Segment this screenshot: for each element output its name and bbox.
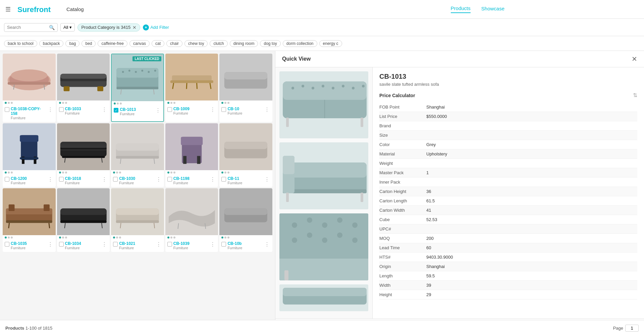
product-id[interactable]: CB-1035 bbox=[11, 241, 46, 246]
product-card[interactable]: CB-1021 Furniture ⋮ bbox=[111, 188, 164, 252]
product-menu-icon[interactable]: ⋮ bbox=[264, 176, 270, 183]
detail-row-size: Size bbox=[379, 131, 637, 140]
product-menu-icon[interactable]: ⋮ bbox=[155, 241, 162, 248]
product-card[interactable]: CB-1200 Furniture ⋮ bbox=[3, 123, 56, 187]
product-dots bbox=[3, 235, 56, 240]
product-menu-icon[interactable]: ⋮ bbox=[101, 241, 108, 248]
product-card[interactable]: CB-11 Furniture ⋮ bbox=[219, 123, 272, 187]
product-card[interactable]: CB-1034 Furniture ⋮ bbox=[57, 188, 110, 252]
product-menu-icon[interactable]: ⋮ bbox=[155, 107, 161, 114]
product-menu-icon[interactable]: ⋮ bbox=[47, 176, 54, 183]
tag-bed[interactable]: bed bbox=[82, 40, 96, 47]
product-id[interactable]: CB-1039 bbox=[173, 241, 208, 246]
filter-dropdown[interactable]: All ▾ bbox=[60, 23, 75, 31]
svg-rect-78 bbox=[224, 208, 267, 215]
svg-point-105 bbox=[292, 238, 297, 243]
svg-point-18 bbox=[142, 70, 144, 72]
product-checkbox[interactable] bbox=[59, 242, 64, 247]
product-card[interactable]: CB-1039 Furniture ⋮ bbox=[165, 188, 218, 252]
product-menu-icon[interactable]: ⋮ bbox=[264, 241, 270, 248]
product-checkbox[interactable] bbox=[59, 177, 64, 182]
product-card[interactable]: CB-1030 Furniture ⋮ bbox=[111, 123, 164, 187]
product-id[interactable]: CB-1033 bbox=[65, 107, 100, 111]
detail-value: 41 bbox=[426, 208, 431, 213]
product-checkbox[interactable] bbox=[167, 242, 172, 247]
tag-backpack[interactable]: backpack bbox=[39, 40, 64, 47]
product-info: CB-1200 Furniture ⋮ bbox=[3, 175, 56, 187]
tag-caffeine-free[interactable]: caffeine-free bbox=[98, 40, 127, 47]
page-number-input[interactable] bbox=[625, 325, 639, 332]
detail-label: Origin bbox=[379, 264, 426, 269]
product-id[interactable]: CB-10b bbox=[227, 241, 262, 246]
tag-dining-room[interactable]: dining room bbox=[230, 40, 258, 47]
tag-clutch[interactable]: clutch bbox=[210, 40, 227, 47]
product-menu-icon[interactable]: ⋮ bbox=[47, 107, 54, 113]
product-card[interactable]: CB-1198 Furniture ⋮ bbox=[165, 123, 218, 187]
product-checkbox[interactable] bbox=[113, 177, 118, 182]
product-id[interactable]: CB-1013 bbox=[120, 107, 153, 112]
product-card[interactable]: CB-1038-COPY-158 Furniture ⋮ bbox=[3, 54, 56, 122]
tag-chew-toy[interactable]: chew toy bbox=[184, 40, 208, 47]
dot bbox=[65, 172, 67, 174]
tag-chair[interactable]: chair bbox=[166, 40, 182, 47]
product-id[interactable]: CB-1018 bbox=[65, 176, 100, 181]
product-checkbox[interactable] bbox=[113, 242, 118, 247]
product-id[interactable]: CB-1030 bbox=[119, 176, 154, 181]
product-menu-icon[interactable]: ⋮ bbox=[101, 107, 108, 113]
product-menu-icon[interactable]: ⋮ bbox=[101, 176, 108, 183]
product-checkbox[interactable] bbox=[167, 177, 172, 182]
product-card[interactable]: CB-1035 Furniture ⋮ bbox=[3, 188, 56, 252]
product-id[interactable]: CB-1198 bbox=[173, 176, 208, 181]
tag-canvas[interactable]: canvas bbox=[129, 40, 150, 47]
toolbar: 🔍 All ▾ Product Category is 3415 ✕ + Add… bbox=[0, 19, 644, 36]
tag-energy-c[interactable]: energy c bbox=[319, 40, 342, 47]
product-card[interactable]: CB-10 Furniture ⋮ bbox=[219, 54, 272, 122]
tab-products[interactable]: Products bbox=[451, 5, 471, 13]
product-checkbox[interactable] bbox=[167, 107, 172, 112]
product-menu-icon[interactable]: ⋮ bbox=[209, 241, 216, 248]
tag-back-to-school[interactable]: back to school bbox=[4, 40, 37, 47]
tag-dorm-collection[interactable]: dorm collection bbox=[283, 40, 317, 47]
tab-showcase[interactable]: Showcase bbox=[481, 6, 504, 13]
product-grid: CB-1038-COPY-158 Furniture ⋮ bbox=[3, 54, 272, 252]
product-id[interactable]: CB-11 bbox=[227, 176, 262, 181]
product-menu-icon[interactable]: ⋮ bbox=[264, 107, 270, 113]
search-icon[interactable]: 🔍 bbox=[49, 25, 55, 30]
product-id[interactable]: CB-1034 bbox=[65, 241, 100, 246]
product-checkbox[interactable] bbox=[221, 177, 226, 182]
menu-icon[interactable]: ☰ bbox=[5, 6, 11, 13]
product-id[interactable]: CB-10 bbox=[227, 107, 262, 111]
product-card[interactable]: CB-1018 Furniture ⋮ bbox=[57, 123, 110, 187]
quick-view-title: Quick View bbox=[282, 56, 311, 62]
product-checkbox[interactable] bbox=[59, 107, 64, 112]
product-checkbox[interactable] bbox=[221, 242, 226, 247]
product-card[interactable]: CB-1033 Furniture ⋮ bbox=[57, 54, 110, 122]
price-calc-expand-icon[interactable]: ⇅ bbox=[633, 92, 637, 98]
quick-view-close-button[interactable]: ✕ bbox=[632, 55, 637, 63]
search-input[interactable] bbox=[7, 25, 47, 30]
product-id[interactable]: CB-1038-COPY-158 bbox=[11, 107, 46, 116]
product-menu-icon[interactable]: ⋮ bbox=[209, 176, 216, 183]
tag-dog-toy[interactable]: dog toy bbox=[260, 40, 280, 47]
add-filter-button[interactable]: + Add Filter bbox=[143, 24, 169, 30]
product-checkbox[interactable] bbox=[221, 107, 226, 112]
product-menu-icon[interactable]: ⋮ bbox=[47, 241, 54, 248]
product-id[interactable]: CB-1200 bbox=[11, 176, 46, 181]
product-menu-icon[interactable]: ⋮ bbox=[209, 107, 216, 113]
product-menu-icon[interactable]: ⋮ bbox=[155, 176, 162, 183]
product-checkbox[interactable] bbox=[5, 242, 9, 247]
detail-label: Color bbox=[379, 142, 426, 147]
product-card-last-clicked[interactable]: LAST CLICKED bbox=[111, 54, 164, 122]
product-card[interactable]: CB-10b Furniture ⋮ bbox=[219, 188, 272, 252]
product-card[interactable]: CB-1009 Furniture ⋮ bbox=[165, 54, 218, 122]
tag-bag[interactable]: bag bbox=[65, 40, 79, 47]
product-checkbox-checked[interactable] bbox=[114, 108, 118, 113]
search-box[interactable]: 🔍 bbox=[4, 23, 58, 32]
filter-chip-remove[interactable]: ✕ bbox=[132, 25, 137, 30]
product-checkbox[interactable] bbox=[5, 177, 9, 182]
product-checkbox[interactable] bbox=[5, 107, 9, 112]
product-id[interactable]: CB-1021 bbox=[119, 241, 154, 246]
product-id[interactable]: CB-1009 bbox=[173, 107, 208, 111]
dot bbox=[62, 172, 64, 174]
tag-cat[interactable]: cat bbox=[152, 40, 164, 47]
